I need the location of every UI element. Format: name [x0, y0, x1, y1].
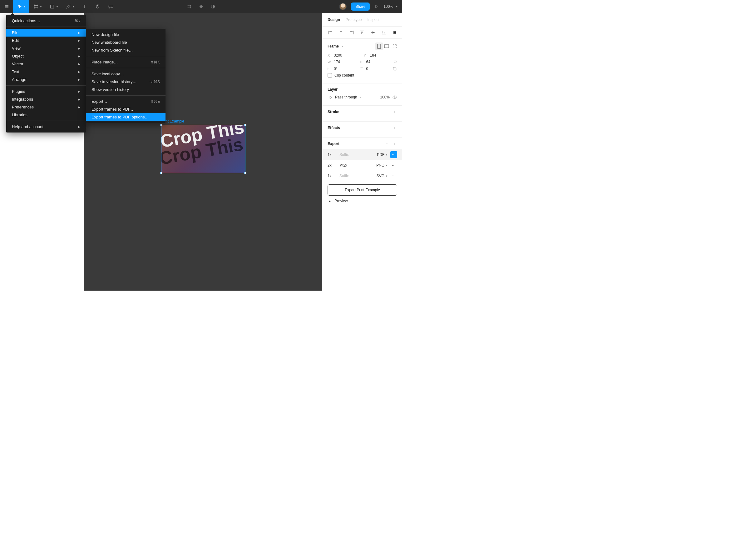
pen-tool[interactable]: ▼: [62, 0, 78, 13]
svg-point-8: [393, 31, 393, 32]
chevron-right-icon: ▶: [78, 55, 80, 58]
rotation-value[interactable]: 0°: [334, 67, 337, 71]
menu-integrations[interactable]: Integrations▶: [6, 95, 86, 103]
align-bottom-icon[interactable]: [381, 30, 387, 35]
crop-icon[interactable]: [187, 4, 192, 9]
menu-plugins[interactable]: Plugins▶: [6, 87, 86, 95]
svg-point-13: [395, 32, 396, 33]
align-top-icon[interactable]: [359, 30, 365, 35]
frame-tool[interactable]: ▼: [29, 0, 46, 13]
add-effect-icon[interactable]: ＋: [392, 125, 397, 130]
y-value[interactable]: 184: [370, 53, 376, 57]
resize-handle-nw[interactable]: [160, 124, 162, 126]
move-tool[interactable]: ▼: [13, 0, 29, 13]
rotation-icon: ⟀: [328, 67, 332, 71]
menu-export[interactable]: Export…⇧⌘E: [86, 97, 166, 105]
orientation-portrait[interactable]: [375, 42, 383, 50]
export-section-title: Export: [328, 141, 339, 146]
eye-icon[interactable]: [392, 95, 397, 100]
align-left-icon[interactable]: [328, 30, 333, 35]
menu-new-from-sketch[interactable]: New from Sketch file…: [86, 46, 166, 54]
export-button[interactable]: Export Print Example: [328, 184, 397, 196]
blend-mode[interactable]: Pass through: [335, 95, 357, 99]
export-more-icon[interactable]: ⋯: [390, 151, 397, 158]
corner-value[interactable]: 0: [366, 67, 368, 71]
menu-arrange[interactable]: Arrange▶: [6, 76, 86, 83]
distribute-icon[interactable]: [392, 30, 397, 35]
avatar[interactable]: [339, 3, 347, 10]
export-setting-row[interactable]: 2x@2xPNG ▼⋯: [328, 160, 397, 171]
h-value[interactable]: 64: [366, 60, 370, 64]
tab-prototype[interactable]: Prototype: [346, 17, 362, 22]
mask-icon[interactable]: [210, 4, 215, 9]
menu-save-local[interactable]: Save local copy…: [86, 70, 166, 78]
resize-handle-sw[interactable]: [160, 172, 162, 174]
resize-handle-se[interactable]: [244, 172, 246, 174]
hand-tool[interactable]: [91, 0, 104, 13]
selected-frame[interactable]: Crop This Crop This: [161, 125, 245, 173]
export-suffix[interactable]: Suffix: [339, 174, 374, 178]
export-more-icon[interactable]: ⋯: [390, 162, 397, 169]
add-export-icon[interactable]: ＋: [392, 141, 397, 146]
menu-quick-actions[interactable]: Quick actions…⌘ /: [6, 17, 86, 25]
hamburger-icon: [4, 4, 9, 9]
menu-show-version[interactable]: Show version history: [86, 86, 166, 93]
menu-new-design[interactable]: New design file: [86, 31, 166, 38]
main-menu-button[interactable]: [0, 0, 13, 13]
export-scale[interactable]: 1x: [328, 152, 337, 157]
menu-libraries[interactable]: Libraries: [6, 111, 86, 119]
menu-new-whiteboard[interactable]: New whiteboard file: [86, 38, 166, 46]
export-scale[interactable]: 2x: [328, 163, 337, 167]
menu-save-version[interactable]: Save to version history…⌥⌘S: [86, 78, 166, 86]
menu-export-frames-pdf-options[interactable]: Export frames to PDF options…: [86, 113, 166, 121]
present-icon[interactable]: [374, 4, 379, 9]
component-icon[interactable]: [199, 4, 204, 9]
align-hcenter-icon[interactable]: [338, 30, 344, 35]
align-vcenter-icon[interactable]: [370, 30, 376, 35]
export-setting-row[interactable]: 1xSuffixPDF ▼⋯: [323, 149, 402, 160]
export-scale[interactable]: 1x: [328, 174, 337, 178]
resize-handle-ne[interactable]: [244, 124, 246, 126]
menu-preferences[interactable]: Preferences▶: [6, 103, 86, 111]
shape-tool[interactable]: ▼: [46, 0, 62, 13]
menu-file[interactable]: File▶: [6, 29, 86, 37]
opacity-value[interactable]: 100%: [380, 95, 390, 99]
orientation-landscape[interactable]: [383, 42, 390, 50]
menu-view[interactable]: View▶: [6, 44, 86, 52]
export-suffix[interactable]: Suffix: [339, 152, 374, 157]
comment-tool[interactable]: [104, 0, 117, 13]
frame-section-title[interactable]: Frame: [328, 44, 339, 48]
remove-export-icon[interactable]: −: [384, 141, 389, 146]
export-setting-row[interactable]: 1xSuffixSVG ▼⋯: [328, 171, 397, 181]
align-right-icon[interactable]: [349, 30, 354, 35]
preview-row[interactable]: ▸ Preview: [328, 196, 397, 203]
frame-label[interactable]: nt Example: [166, 119, 184, 123]
clip-content-checkbox[interactable]: [328, 73, 332, 77]
add-stroke-icon[interactable]: ＋: [392, 109, 397, 114]
menu-edit[interactable]: Edit▶: [6, 37, 86, 44]
independent-corners-icon[interactable]: [392, 66, 397, 71]
menu-help[interactable]: Help and account▶: [6, 123, 86, 131]
menu-place-image[interactable]: Place image…⇧⌘K: [86, 58, 166, 66]
tab-design[interactable]: Design: [328, 17, 340, 22]
menu-vector[interactable]: Vector▶: [6, 60, 86, 68]
export-format[interactable]: SVG ▼: [377, 174, 388, 178]
fit-icon[interactable]: [392, 44, 397, 49]
share-button[interactable]: Share: [351, 2, 370, 11]
export-format[interactable]: PDF ▼: [377, 152, 388, 157]
x-value[interactable]: 3200: [334, 53, 342, 57]
text-tool[interactable]: [78, 0, 91, 13]
export-more-icon[interactable]: ⋯: [390, 172, 397, 179]
svg-point-16: [395, 33, 396, 34]
menu-text[interactable]: Text▶: [6, 68, 86, 76]
zoom-control[interactable]: 100% ▼: [383, 4, 398, 9]
export-format[interactable]: PNG ▼: [376, 163, 388, 167]
toolbar-right: Share 100% ▼: [339, 0, 402, 13]
menu-export-frames-pdf[interactable]: Export frames to PDF…: [86, 105, 166, 113]
inspector-tabs: Design Prototype Inspect: [323, 13, 402, 27]
constrain-icon[interactable]: [392, 59, 397, 64]
tab-inspect[interactable]: Inspect: [367, 17, 379, 22]
w-value[interactable]: 174: [334, 60, 340, 64]
menu-object[interactable]: Object▶: [6, 52, 86, 60]
export-suffix[interactable]: @2x: [339, 163, 374, 167]
